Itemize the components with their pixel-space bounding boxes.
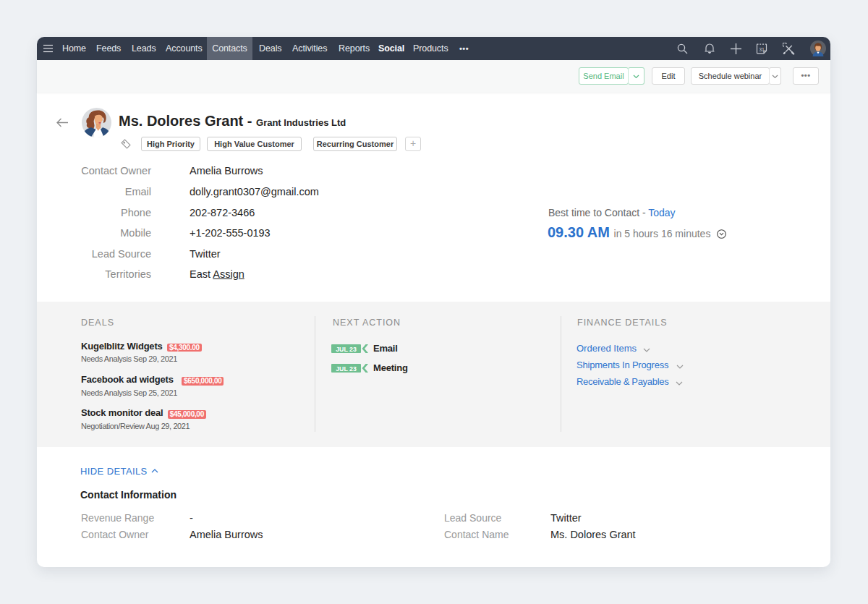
svg-text:31: 31 <box>759 47 765 52</box>
svg-text:JUL 23: JUL 23 <box>336 365 357 373</box>
svg-text:JUL 23: JUL 23 <box>336 346 357 353</box>
